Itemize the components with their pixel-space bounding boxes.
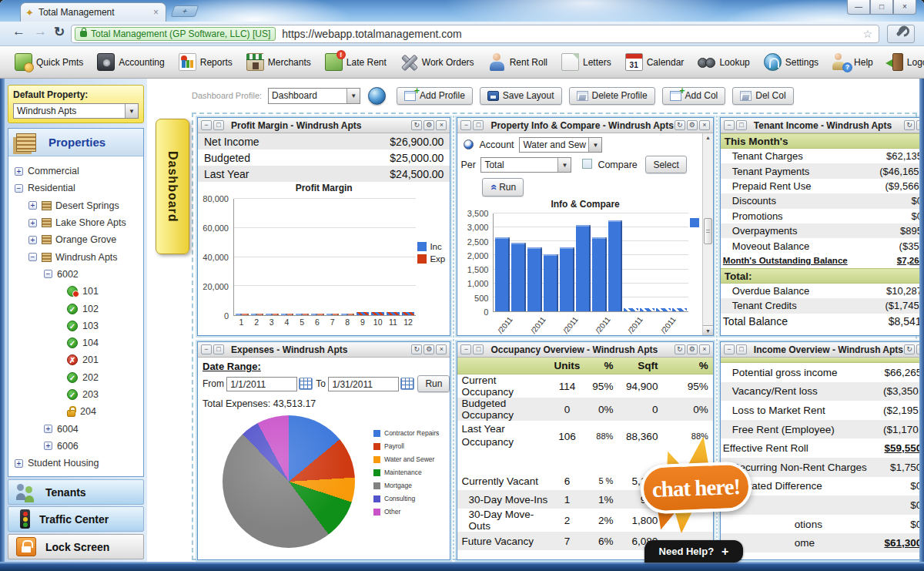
toolbar-item-merchants[interactable]: Merchants (241, 51, 316, 73)
forward-button[interactable]: → (34, 24, 47, 39)
tree-item-student-housing[interactable]: +Student Housing (8, 455, 143, 472)
minimize-panel-icon[interactable]: − (460, 120, 471, 130)
maximize-panel-icon[interactable]: □ (473, 344, 484, 354)
calendar-picker-icon[interactable] (400, 378, 414, 390)
toolbar-item-settings[interactable]: Settings (758, 51, 824, 73)
dropdown-arrow-icon[interactable]: ▼ (125, 104, 138, 118)
close-panel-icon[interactable]: × (436, 344, 447, 354)
profile-options-icon[interactable] (368, 87, 386, 105)
tree-item-6006[interactable]: +6006 (8, 438, 143, 455)
tree-item-desert-springs[interactable]: +Desert Springs (8, 197, 143, 214)
chat-here-bubble[interactable]: chat here! (640, 462, 752, 515)
run-button[interactable]: »Run (482, 178, 524, 196)
toolbar-item-quick-pmts[interactable]: Quick Pmts (9, 51, 89, 73)
back-button[interactable]: ← (12, 24, 25, 39)
account-select[interactable]: Water and Sew ▼ (519, 137, 602, 153)
per-select[interactable]: Total ▼ (480, 157, 571, 173)
lock-screen-button[interactable]: Lock Screen (8, 534, 144, 559)
refresh-panel-icon[interactable]: ↻ (411, 344, 422, 354)
refresh-button[interactable]: ↻ (54, 24, 65, 40)
tree-item-104[interactable]: ✓104 (8, 334, 143, 351)
calendar-picker-icon[interactable] (299, 378, 313, 390)
expand-icon[interactable]: + (28, 236, 37, 244)
minimize-panel-icon[interactable]: − (201, 344, 212, 354)
tree-item-6002[interactable]: −6002 (8, 266, 143, 283)
collapse-icon[interactable]: − (44, 270, 52, 278)
expand-icon[interactable]: + (44, 442, 52, 450)
close-panel-icon[interactable]: × (699, 120, 710, 130)
toolbar-item-letters[interactable]: Letters (556, 51, 617, 73)
minimize-button[interactable]: — (847, 0, 870, 15)
from-date-input[interactable]: 1/1/2011 (226, 377, 297, 391)
tree-item-commercial[interactable]: +Commercial (8, 163, 143, 180)
tree-item-202[interactable]: ✓202 (8, 369, 143, 386)
tree-item-orange-grove[interactable]: +Orange Grove (8, 231, 143, 248)
toolbar-item-logout[interactable]: Logout (882, 51, 924, 73)
tree-item-103[interactable]: ✓103 (8, 317, 143, 334)
tenants-button[interactable]: Tenants (8, 479, 144, 505)
refresh-panel-icon[interactable]: ↻ (675, 120, 685, 130)
toolbar-item-work-orders[interactable]: Work Orders (395, 51, 480, 73)
bookmark-star-icon[interactable]: ☆ (859, 28, 875, 40)
close-tab-icon[interactable]: × (151, 7, 161, 18)
close-panel-icon[interactable]: × (699, 344, 710, 354)
panel-settings-icon[interactable]: ⚙ (424, 344, 434, 354)
maximize-panel-icon[interactable]: □ (213, 120, 224, 130)
account-radio[interactable] (464, 139, 474, 149)
expand-icon[interactable]: + (15, 459, 23, 468)
toolbar-item-reports[interactable]: Reports (173, 51, 238, 73)
refresh-panel-icon[interactable]: ↻ (904, 344, 915, 354)
select-button[interactable]: Select (645, 156, 686, 173)
need-help-tab[interactable]: Need Help? + (644, 540, 743, 563)
panel-scrollbar[interactable]: ▲ ▼ (702, 133, 713, 335)
toolbar-item-lookup[interactable]: Lookup (692, 51, 755, 73)
expand-icon[interactable]: + (28, 219, 37, 227)
maximize-panel-icon[interactable]: □ (473, 120, 484, 130)
scrollbar-thumb[interactable] (704, 218, 712, 244)
refresh-panel-icon[interactable]: ↻ (675, 344, 685, 354)
refresh-panel-icon[interactable]: ↻ (904, 120, 915, 130)
add-col-button[interactable]: Add Col (662, 87, 726, 105)
save-layout-button[interactable]: Save Layout (480, 87, 562, 105)
panel-settings-icon[interactable]: ⚙ (687, 344, 698, 354)
collapse-icon[interactable]: − (15, 184, 23, 193)
compare-checkbox[interactable] (582, 159, 592, 169)
to-date-input[interactable]: 1/31/2011 (328, 377, 399, 391)
tree-item-6004[interactable]: +6004 (8, 420, 143, 437)
toolbar-item-help[interactable]: Help (827, 51, 879, 73)
maximize-button[interactable]: □ (870, 0, 893, 15)
tree-item-lake-shore-apts[interactable]: +Lake Shore Apts (8, 214, 143, 231)
maximize-panel-icon[interactable]: □ (213, 344, 224, 354)
minimize-panel-icon[interactable]: − (724, 344, 735, 354)
maximize-panel-icon[interactable]: □ (736, 120, 747, 130)
delete-profile-button[interactable]: Delete Profile (569, 87, 655, 105)
browser-menu-button[interactable] (887, 25, 915, 43)
dropdown-arrow-icon[interactable]: ▼ (557, 158, 571, 172)
toolbar-item-calendar[interactable]: Calendar (620, 51, 690, 73)
url-bar[interactable]: Total Management (GP Software, LLC) [US]… (71, 25, 879, 43)
toolbar-item-accounting[interactable]: Accounting (92, 51, 169, 73)
dashboard-profile-select[interactable]: Dashboard ▼ (268, 88, 360, 104)
tree-item-residential[interactable]: −Residential (8, 180, 143, 196)
scroll-down-icon[interactable]: ▼ (703, 325, 713, 335)
minimize-panel-icon[interactable]: − (460, 344, 471, 354)
default-property-select[interactable]: Windrush Apts ▼ (13, 103, 139, 119)
tree-item-windrush-apts[interactable]: −Windrush Apts (8, 248, 143, 265)
toolbar-item-rent-roll[interactable]: Rent Roll (483, 51, 553, 73)
tree-item-101[interactable]: 101 (8, 283, 143, 300)
tree-item-203[interactable]: ✓203 (8, 386, 143, 403)
run-expenses-button[interactable]: Run (417, 375, 450, 392)
close-window-button[interactable]: × (893, 0, 916, 15)
ev-certificate-badge[interactable]: Total Management (GP Software, LLC) [US] (75, 27, 276, 41)
minimize-panel-icon[interactable]: − (724, 120, 735, 130)
toolbar-item-late-rent[interactable]: Late Rent (320, 51, 392, 73)
expand-icon[interactable]: + (28, 201, 37, 210)
tree-item-102[interactable]: ✓102 (8, 300, 143, 317)
maximize-panel-icon[interactable]: □ (736, 344, 747, 354)
scroll-up-icon[interactable]: ▲ (703, 133, 713, 143)
minimize-panel-icon[interactable]: − (201, 120, 212, 130)
refresh-panel-icon[interactable]: ↻ (411, 120, 422, 130)
expand-icon[interactable]: + (15, 167, 23, 176)
traffic-center-button[interactable]: Traffic Center (8, 506, 144, 532)
browser-tab[interactable]: ✦ Total Management × (20, 2, 166, 22)
